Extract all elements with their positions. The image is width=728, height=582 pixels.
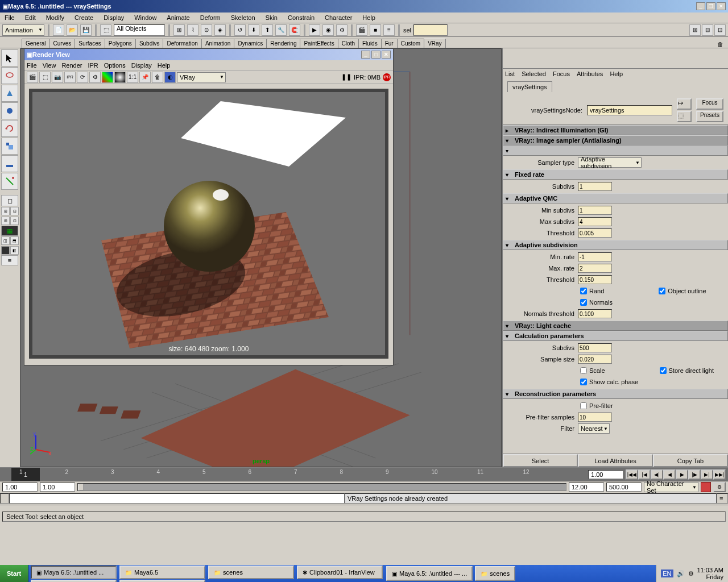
ae-section-calc-params[interactable]: ▾Calculation parameters [503, 331, 728, 341]
ae-go-icon[interactable]: ↦ [677, 98, 692, 110]
ae-section-image-sampler[interactable]: ▾VRay:: Image sampler (Antialiasing) [503, 135, 728, 146]
ae-select-button[interactable]: Select [503, 454, 578, 467]
ae-section-gi[interactable]: ▸VRay:: Indirect Illumination (GI) [503, 125, 728, 135]
step-forward-button[interactable]: |▶ [688, 469, 701, 480]
shelf-tab-painteffects[interactable]: PaintEffects [300, 39, 338, 48]
layout-icon-2[interactable]: ⊟ [702, 24, 713, 36]
goto-start-button[interactable]: |◀◀ [626, 469, 638, 480]
menu-window[interactable]: Window [132, 13, 159, 22]
sel-input[interactable] [413, 24, 448, 36]
shelf-tab-surfaces[interactable]: Surfaces [75, 39, 105, 48]
shelf-tab-animation[interactable]: Animation [201, 39, 234, 48]
rv-menu-display[interactable]: Display [131, 62, 152, 69]
rv-menu-file[interactable]: File [27, 62, 37, 69]
rv-menu-view[interactable]: View [43, 62, 56, 69]
char-set-dropdown[interactable]: No Character Set [644, 482, 698, 492]
render-layout-icon[interactable]: ▦ [1, 226, 18, 236]
play-forward-button[interactable]: ▶ [676, 469, 688, 480]
ae-focus-button[interactable]: Focus [696, 98, 723, 110]
scale-tool[interactable] [1, 138, 18, 155]
rv-alpha-icon[interactable] [114, 72, 126, 83]
select-tool[interactable] [1, 49, 18, 66]
render-canvas[interactable]: size: 640 480 zoom: 1.000 [29, 89, 388, 359]
ae-menu-selected[interactable]: Selected [522, 70, 546, 77]
auto-key-button[interactable] [701, 482, 711, 492]
fixed-subdivs-input[interactable] [578, 182, 612, 191]
last-tool[interactable] [1, 173, 18, 190]
sampler-type-dropdown[interactable]: Adaptive subdivision [578, 157, 642, 168]
rv-menu-help[interactable]: Help [158, 62, 171, 69]
maximize-button[interactable]: ❐ [706, 2, 715, 10]
ae-menu-list[interactable]: List [505, 70, 515, 77]
snap-curve-icon[interactable]: ⌇ [187, 24, 198, 36]
shelf-tab-custom[interactable]: Custom [397, 39, 424, 48]
ae-menu-help[interactable]: Help [610, 70, 623, 77]
lang-indicator[interactable]: EN [661, 569, 673, 577]
play-end-field[interactable] [569, 483, 604, 492]
film-icon[interactable]: 🎬 [356, 24, 367, 36]
shelf-tab-dynamics[interactable]: Dynamics [234, 39, 267, 48]
ae-section-fixed-rate[interactable]: ▾Fixed rate [503, 169, 728, 180]
rand-checkbox[interactable]: Rand [580, 288, 604, 294]
qmc-max-input[interactable] [578, 217, 612, 226]
new-scene-icon[interactable]: 📄 [53, 24, 64, 36]
task-item[interactable]: ▣ Maya 6.5: .\untitled --- ... [386, 566, 473, 581]
menu-file[interactable]: File [2, 13, 17, 22]
tray-icon[interactable]: 🔊 [677, 570, 685, 577]
ae-section-recon-params[interactable]: ▾Reconstruction parameters [503, 389, 728, 399]
rotate-tool[interactable] [1, 120, 18, 137]
rv-rgb-icon[interactable] [102, 72, 113, 83]
trash-icon[interactable]: 🗑 [717, 41, 723, 48]
snap-point-icon[interactable]: ⊙ [201, 24, 212, 36]
channel-icon[interactable]: ≡ [383, 24, 395, 36]
layout-icon-1[interactable]: ⊞ [689, 24, 701, 36]
play-start-field[interactable] [40, 483, 75, 492]
snap-plane-icon[interactable]: ◈ [214, 24, 226, 36]
move-tool[interactable] [1, 102, 18, 119]
ae-section-light-cache[interactable]: ▾VRay:: Light cache [503, 321, 728, 331]
select-hier-icon[interactable]: ⬚ [100, 24, 111, 36]
show-calc-checkbox[interactable]: Show calc. phase [580, 379, 638, 385]
task-item[interactable]: 📁 scenes [208, 566, 294, 579]
rv-pause-icon[interactable]: ❚❚ [341, 73, 351, 81]
ipr-icon[interactable]: ◉ [322, 24, 334, 36]
script-editor-button[interactable]: ≡ [717, 493, 728, 504]
rv-menu-options[interactable]: Options [104, 62, 126, 69]
ae-subsection-toggle[interactable]: ▾ [503, 146, 728, 156]
rv-display-icon[interactable]: ◐ [164, 72, 176, 83]
task-item[interactable]: ◉ UltraEdit-32 - [Edit1*] [119, 580, 205, 582]
input-icon[interactable]: ⬇ [248, 24, 259, 36]
goto-end-button[interactable]: ▶▶| [713, 469, 726, 480]
layout-f-icon[interactable] [1, 246, 10, 255]
shelf-tab-general[interactable]: General [22, 39, 50, 48]
close-button[interactable]: ✕ [717, 2, 726, 10]
manipulator-tool[interactable] [1, 155, 18, 172]
menu-constrain[interactable]: Constrain [286, 13, 317, 22]
task-item[interactable]: ▣ Output Window [31, 580, 117, 582]
qmc-threshold-input[interactable] [578, 228, 612, 238]
sub-threshold-input[interactable] [578, 275, 612, 284]
task-item[interactable]: 📁 Maya6.5 [119, 566, 205, 579]
lasso-tool[interactable] [1, 67, 18, 84]
render-close-button[interactable]: ✕ [382, 51, 391, 59]
paint-select-tool[interactable] [1, 85, 18, 102]
scale-checkbox[interactable]: Scale [580, 367, 605, 374]
sub-maxrate-input[interactable] [578, 264, 612, 273]
layout-e-icon[interactable]: ⬒ [10, 236, 19, 245]
script-layout-icon[interactable]: ≡ [1, 255, 18, 265]
task-item[interactable]: ▣ Maya 6.5: .\untitled ... [31, 566, 117, 579]
render-globals-icon[interactable]: ⚙ [336, 24, 348, 36]
rv-refresh-ipr-icon[interactable]: ⟳ [77, 72, 88, 83]
current-time-field[interactable] [588, 470, 623, 479]
menu-deform[interactable]: Deform [198, 13, 223, 22]
time-slider[interactable]: 1 1 2 3 4 5 6 7 8 9 10 11 12 |◀◀ |◀ ◀| ◀… [0, 468, 728, 481]
layout-g-icon[interactable]: ◧ [10, 246, 19, 255]
sample-size-input[interactable] [578, 355, 612, 364]
select-mask-input[interactable]: All Objects [114, 24, 165, 36]
prefs-button[interactable]: ⚙ [713, 482, 726, 492]
ae-load-icon[interactable]: ⬚ [677, 111, 692, 122]
rv-renderer-dropdown[interactable]: VRay [177, 72, 226, 82]
menu-display[interactable]: Display [101, 13, 126, 22]
ae-node-input[interactable] [587, 105, 672, 115]
render-icon[interactable]: ▶ [309, 24, 320, 36]
